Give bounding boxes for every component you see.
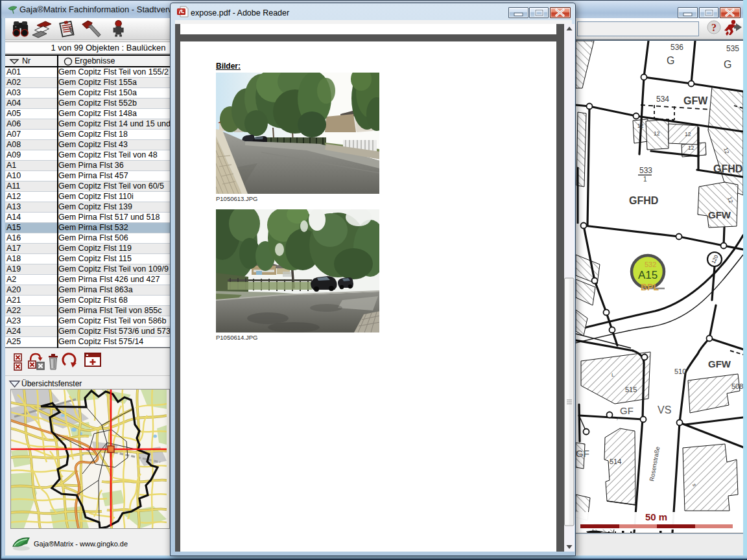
svg-text:GFW: GFW [708, 209, 731, 220]
svg-text:GF: GF [576, 448, 589, 459]
svg-text:G: G [667, 55, 674, 66]
svg-text:12: 12 [685, 131, 691, 137]
svg-text:Rosenstraße: Rosenstraße [648, 446, 661, 482]
svg-text:536: 536 [670, 43, 683, 52]
svg-text:?: ? [711, 22, 717, 33]
svg-text:514: 514 [610, 458, 621, 465]
svg-text:534: 534 [656, 95, 669, 104]
svg-text:GF: GF [620, 405, 634, 416]
svg-text:510: 510 [674, 368, 686, 375]
svg-text:7: 7 [616, 416, 619, 421]
svg-text:GFW: GFW [708, 358, 731, 369]
svg-text:GFW: GFW [683, 95, 708, 106]
svg-text:VS: VS [658, 404, 671, 415]
svg-text:533: 533 [639, 166, 652, 175]
svg-text:A15: A15 [638, 269, 658, 281]
svg-text:BPL: BPL [641, 282, 659, 292]
svg-text:532: 532 [645, 261, 656, 268]
svg-text:1: 1 [643, 176, 647, 183]
svg-text:515: 515 [625, 386, 637, 393]
svg-text:G: G [724, 59, 731, 70]
svg-text:12: 12 [654, 130, 660, 137]
svg-text:12: 12 [688, 145, 694, 151]
svg-text:GFHD: GFHD [629, 195, 658, 206]
svg-text:50 m: 50 m [645, 511, 667, 522]
svg-text:12: 12 [637, 122, 644, 129]
svg-text:535: 535 [726, 44, 739, 53]
svg-text:508: 508 [731, 382, 743, 390]
svg-text:L: L [611, 372, 615, 378]
svg-text:GFHD: GFHD [713, 163, 742, 174]
